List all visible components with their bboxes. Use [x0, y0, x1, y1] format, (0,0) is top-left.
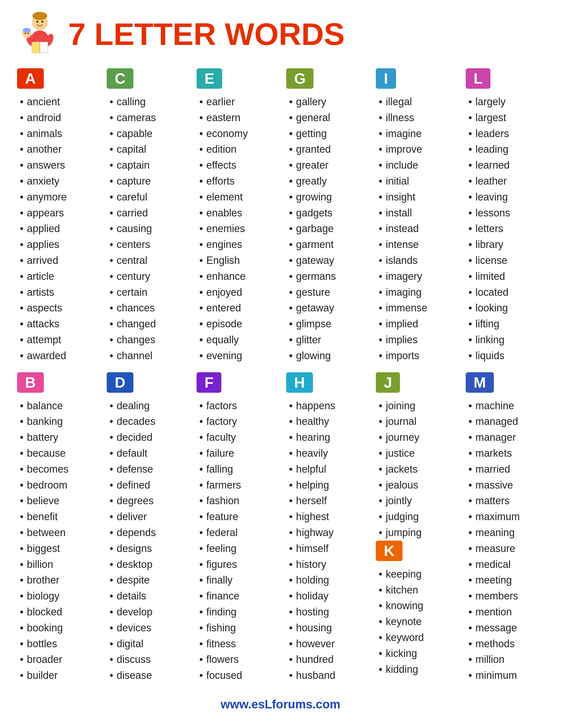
list-item: default: [107, 445, 185, 461]
list-item: kidding: [376, 661, 454, 677]
list-item: develop: [107, 604, 185, 620]
list-item: history: [286, 557, 365, 572]
list-item: digital: [107, 636, 185, 652]
list-item: implied: [376, 316, 454, 332]
list-item: managed: [466, 413, 544, 429]
list-item: leading: [466, 141, 544, 157]
list-item: brother: [17, 572, 95, 588]
list-item: library: [466, 237, 544, 253]
list-item: members: [466, 588, 544, 604]
list-item: imports: [376, 348, 454, 364]
list-item: justice: [376, 445, 454, 461]
list-item: element: [196, 189, 275, 205]
list-item: booking: [17, 620, 95, 636]
list-item: dealing: [107, 398, 185, 414]
list-item: carried: [107, 205, 185, 221]
list-item: captain: [107, 157, 185, 173]
list-item: leaders: [466, 126, 544, 142]
svg-point-3: [36, 21, 38, 23]
list-item: install: [376, 205, 454, 221]
list-item: federal: [196, 525, 275, 541]
list-item: healthy: [286, 413, 365, 429]
list-item: measure: [466, 541, 544, 557]
list-item: keynote: [376, 614, 454, 630]
letter-header-H: H: [286, 372, 313, 393]
list-item: animals: [17, 126, 95, 142]
letter-header-C: C: [107, 68, 133, 89]
list-item: heavily: [286, 445, 365, 461]
letter-header-L: L: [466, 68, 491, 89]
letter-section: Aancientandroidanimalsanotheranswersanxi…: [17, 68, 95, 364]
letter-header-I: I: [376, 68, 396, 89]
list-item: earlier: [196, 94, 275, 110]
list-item: feeling: [196, 541, 275, 557]
list-item: defined: [107, 477, 185, 493]
word-list-K: keepingkitchenknowingkeynotekeywordkicki…: [376, 566, 454, 677]
list-item: believe: [17, 493, 95, 509]
list-item: degrees: [107, 493, 185, 509]
letter-header-B: B: [17, 372, 44, 393]
list-item: mention: [466, 604, 544, 620]
list-item: holiday: [286, 588, 365, 604]
list-item: himself: [286, 541, 365, 557]
list-item: falling: [196, 461, 275, 477]
list-item: glitter: [286, 332, 365, 348]
list-item: germans: [286, 268, 365, 284]
list-item: glowing: [286, 348, 365, 364]
list-item: capable: [107, 126, 185, 142]
list-item: article: [17, 268, 95, 284]
list-item: flowers: [196, 652, 275, 667]
list-item: linking: [466, 332, 544, 348]
list-item: edition: [196, 141, 275, 157]
list-item: failure: [196, 445, 275, 461]
letter-section: Bbalancebankingbatterybecausebecomesbedr…: [17, 372, 95, 683]
list-item: feature: [196, 509, 275, 525]
list-item: applied: [17, 221, 95, 237]
list-item: helpful: [286, 461, 365, 477]
list-item: joining: [376, 398, 454, 414]
word-list-B: balancebankingbatterybecausebecomesbedro…: [17, 398, 95, 683]
list-item: keeping: [376, 566, 454, 582]
list-item: bedroom: [17, 477, 95, 493]
letter-section: Llargelylargestleadersleadinglearnedleat…: [466, 68, 544, 364]
list-item: hearing: [286, 429, 365, 445]
list-item: cameras: [107, 110, 185, 126]
word-grid: Aancientandroidanimalsanotheranswersanxi…: [17, 68, 544, 683]
list-item: immense: [376, 300, 454, 316]
word-list-F: factorsfactoryfacultyfailurefallingfarme…: [196, 398, 275, 683]
letter-header-A: A: [17, 68, 44, 89]
list-item: hosting: [286, 604, 365, 620]
word-list-H: happenshealthyhearingheavilyhelpfulhelpi…: [286, 398, 365, 683]
list-item: fishing: [196, 620, 275, 636]
svg-rect-9: [32, 42, 40, 53]
list-item: jealous: [376, 477, 454, 493]
word-list-D: dealingdecadesdecideddefaultdefensedefin…: [107, 398, 185, 683]
list-item: focused: [196, 667, 275, 683]
list-item: details: [107, 588, 185, 604]
list-item: between: [17, 525, 95, 541]
list-item: careful: [107, 189, 185, 205]
list-item: lifting: [466, 316, 544, 332]
list-item: fitness: [196, 636, 275, 652]
list-item: evening: [196, 348, 275, 364]
list-item: intense: [376, 237, 454, 253]
list-item: growing: [286, 189, 365, 205]
list-item: discuss: [107, 652, 185, 667]
list-item: designs: [107, 541, 185, 557]
list-item: jointly: [376, 493, 454, 509]
list-item: greater: [286, 157, 365, 173]
list-item: jackets: [376, 461, 454, 477]
list-item: faculty: [196, 429, 275, 445]
list-item: entered: [196, 300, 275, 316]
list-item: gallery: [286, 94, 365, 110]
list-item: blocked: [17, 604, 95, 620]
list-item: decades: [107, 413, 185, 429]
list-item: artists: [17, 284, 95, 300]
page-header: 7 LETTER WORDS: [17, 11, 544, 57]
word-list-A: ancientandroidanimalsanotheranswersanxie…: [17, 94, 95, 364]
list-item: broader: [17, 652, 95, 667]
list-item: jumping: [376, 525, 454, 541]
list-item: anymore: [17, 189, 95, 205]
list-item: initial: [376, 173, 454, 189]
word-list-E: earliereasterneconomyeditioneffectseffor…: [196, 94, 275, 364]
